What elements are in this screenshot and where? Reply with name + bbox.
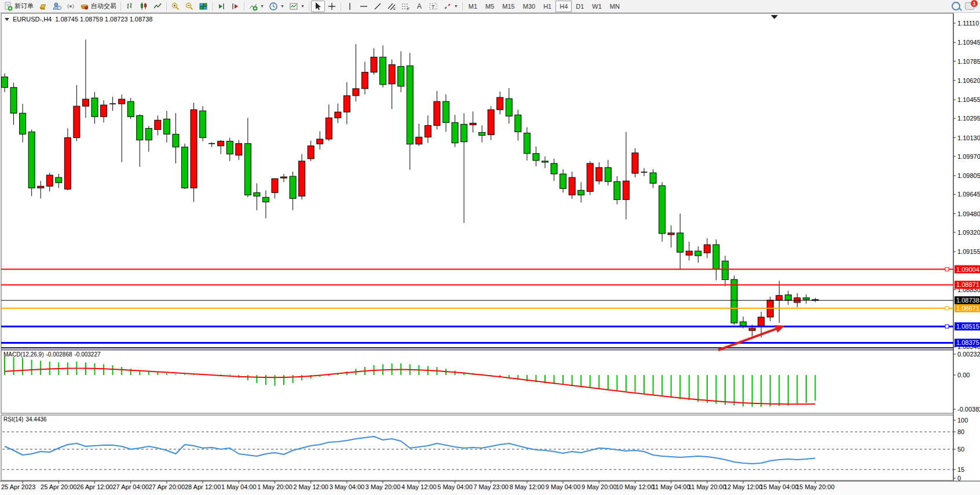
candle-body[interactable] bbox=[92, 98, 98, 117]
candle-body[interactable] bbox=[389, 65, 395, 84]
candle-body[interactable] bbox=[722, 261, 729, 279]
candle-body[interactable] bbox=[191, 110, 197, 188]
candle-body[interactable] bbox=[299, 161, 305, 196]
candle-body[interactable] bbox=[398, 67, 404, 86]
chart-canvas[interactable]: 1.111101.109451.107851.106201.104551.102… bbox=[0, 0, 980, 495]
candle-body[interactable] bbox=[443, 101, 449, 122]
candle-body[interactable] bbox=[218, 141, 224, 146]
algo-terminal-button[interactable] bbox=[50, 1, 64, 12]
candle-body[interactable] bbox=[605, 168, 611, 181]
candle-body[interactable] bbox=[668, 233, 674, 235]
dropdown-arrow-icon[interactable]: ▼ bbox=[301, 4, 305, 8]
timeframe-h1-button[interactable]: H1 bbox=[539, 1, 555, 12]
dropdown-arrow-icon[interactable]: ▼ bbox=[260, 4, 264, 8]
line-handle[interactable] bbox=[945, 325, 949, 328]
candle-body[interactable] bbox=[695, 251, 701, 256]
search-icon[interactable] bbox=[952, 2, 960, 10]
candle-body[interactable] bbox=[677, 233, 683, 252]
candle-body[interactable] bbox=[371, 57, 377, 72]
candle-body[interactable] bbox=[101, 105, 107, 117]
new-order-button[interactable]: 新订单 bbox=[1, 1, 36, 12]
candle-body[interactable] bbox=[137, 115, 143, 140]
candle-body[interactable] bbox=[461, 124, 467, 141]
candle-body[interactable] bbox=[479, 133, 485, 136]
candle-body[interactable] bbox=[155, 120, 161, 129]
candle-body[interactable] bbox=[632, 153, 638, 173]
candle-body[interactable] bbox=[163, 119, 170, 134]
candle-body[interactable] bbox=[803, 298, 809, 300]
candle-body[interactable] bbox=[236, 144, 242, 155]
candle-body[interactable] bbox=[425, 125, 431, 137]
candle-body[interactable] bbox=[551, 163, 557, 174]
zoom-in-button[interactable] bbox=[169, 1, 182, 12]
candle-body[interactable] bbox=[497, 97, 503, 110]
candle-body[interactable] bbox=[650, 173, 656, 183]
symbol-dropdown-icon[interactable] bbox=[5, 18, 9, 21]
candle-body[interactable] bbox=[127, 101, 134, 117]
candle-body[interactable] bbox=[713, 245, 719, 269]
fibonacci-tool-button[interactable]: F bbox=[398, 1, 412, 12]
candle-body[interactable] bbox=[56, 177, 62, 183]
candle-body[interactable] bbox=[740, 322, 747, 326]
dropdown-arrow-icon[interactable]: ▼ bbox=[280, 4, 284, 8]
candle-body[interactable] bbox=[623, 181, 629, 199]
timeframe-m30-button[interactable]: M30 bbox=[519, 1, 539, 12]
timeframe-m15-button[interactable]: M15 bbox=[498, 1, 518, 12]
candle-body[interactable] bbox=[326, 118, 332, 139]
candle-body[interactable] bbox=[290, 176, 296, 198]
chart-header[interactable]: EURUSD-,H4 1.08745 1.08759 1.08723 1.087… bbox=[5, 16, 152, 23]
auto-scroll-button[interactable] bbox=[214, 1, 228, 12]
candle-body[interactable] bbox=[776, 296, 782, 300]
crosshair-tool-button[interactable] bbox=[325, 1, 339, 12]
candle-body[interactable] bbox=[524, 133, 530, 154]
candle-body[interactable] bbox=[659, 185, 665, 234]
candle-body[interactable] bbox=[226, 141, 233, 154]
trendline-tool-button[interactable] bbox=[371, 1, 385, 12]
timeframe-mn-button[interactable]: MN bbox=[606, 1, 624, 12]
line-chart-mode-button[interactable] bbox=[151, 1, 164, 12]
candle-body[interactable] bbox=[470, 123, 476, 125]
arrows-tool-button[interactable]: ▼ bbox=[440, 1, 460, 12]
candle-body[interactable] bbox=[46, 175, 53, 186]
auto-trading-button[interactable]: 自动交易 bbox=[78, 1, 119, 12]
line-handle[interactable] bbox=[945, 307, 949, 310]
candle-body[interactable] bbox=[686, 251, 692, 255]
candle-body[interactable] bbox=[560, 174, 566, 188]
candle-body[interactable] bbox=[488, 110, 494, 134]
candle-body[interactable] bbox=[2, 77, 8, 88]
timeframe-d1-button[interactable]: D1 bbox=[572, 1, 588, 12]
text-tool-button[interactable]: A bbox=[412, 1, 426, 12]
candle-body[interactable] bbox=[200, 111, 206, 137]
timeframe-h4-button[interactable]: H4 bbox=[555, 1, 572, 12]
candle-body[interactable] bbox=[28, 132, 35, 188]
chat-icon[interactable]: 1 bbox=[965, 2, 974, 10]
candle-body[interactable] bbox=[119, 99, 125, 104]
candle-body[interactable] bbox=[587, 163, 593, 191]
candle-body[interactable] bbox=[434, 101, 440, 125]
chart-shift-button[interactable] bbox=[228, 1, 242, 12]
bar-chart-mode-button[interactable] bbox=[123, 1, 137, 12]
candle-body[interactable] bbox=[749, 328, 755, 330]
line-handle[interactable] bbox=[945, 268, 949, 271]
candle-body[interactable] bbox=[614, 181, 620, 199]
tile-windows-button[interactable] bbox=[196, 1, 210, 12]
candle-body[interactable] bbox=[380, 57, 386, 84]
horizontal-line-tool-button[interactable] bbox=[357, 1, 371, 12]
candle-body[interactable] bbox=[182, 147, 188, 188]
candle-body[interactable] bbox=[317, 139, 323, 144]
candle-body[interactable] bbox=[82, 99, 89, 106]
candle-body[interactable] bbox=[64, 138, 71, 190]
candle-body[interactable] bbox=[731, 279, 737, 323]
candle-body[interactable] bbox=[758, 317, 765, 326]
candle-body[interactable] bbox=[362, 72, 368, 89]
candle-body[interactable] bbox=[515, 115, 521, 132]
periods-button[interactable]: ▼ bbox=[266, 1, 287, 12]
indicators-button[interactable]: ▼ bbox=[246, 1, 266, 12]
candle-body[interactable] bbox=[74, 106, 80, 137]
dropdown-arrow-icon[interactable]: ▼ bbox=[454, 4, 458, 8]
vertical-line-tool-button[interactable] bbox=[343, 1, 357, 12]
templates-button[interactable]: ▼ bbox=[287, 1, 307, 12]
candle-body[interactable] bbox=[244, 144, 251, 195]
cursor-tool-button[interactable] bbox=[311, 1, 325, 12]
candle-body[interactable] bbox=[353, 89, 359, 96]
